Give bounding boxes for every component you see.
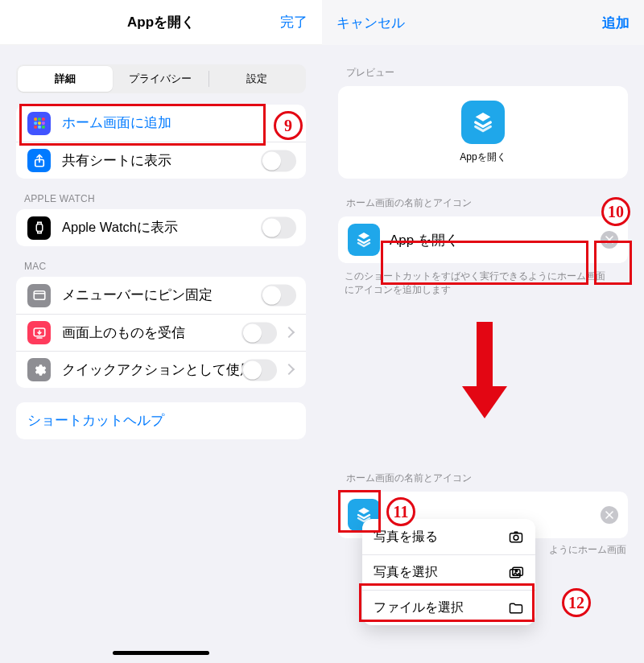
svg-point-23 bbox=[515, 570, 518, 572]
preview-caption: Appを開く bbox=[460, 150, 506, 164]
row-label: Apple Watchに表示 bbox=[62, 219, 178, 237]
preview-card: Appを開く bbox=[338, 86, 628, 179]
share-sheet-toggle[interactable] bbox=[261, 150, 296, 171]
row-label: 画面上のものを受信 bbox=[62, 324, 185, 342]
receive-toggle[interactable] bbox=[242, 322, 277, 344]
left-panel-shortcut-details: Appを開く 完了 詳細 プライバシー 設定 ホーム画面に追加 共有シートに表示 bbox=[0, 0, 322, 663]
row-show-on-apple-watch[interactable]: Apple Watchに表示 bbox=[16, 209, 306, 246]
svg-rect-5 bbox=[42, 121, 45, 125]
svg-rect-7 bbox=[38, 126, 41, 129]
menu-take-photo[interactable]: 写真を撮る bbox=[362, 519, 535, 554]
row-show-in-share-sheet[interactable]: 共有シートに表示 bbox=[16, 142, 306, 179]
row-pin-in-menubar[interactable]: メニューバーにピン固定 bbox=[16, 277, 306, 314]
receive-icon bbox=[27, 321, 51, 344]
page-title: Appを開く bbox=[127, 13, 195, 31]
svg-rect-1 bbox=[38, 117, 41, 121]
apple-watch-icon bbox=[27, 216, 51, 240]
group-home-share: ホーム画面に追加 共有シートに表示 bbox=[16, 105, 306, 179]
svg-rect-3 bbox=[34, 121, 37, 125]
shortcut-name-input[interactable] bbox=[390, 232, 591, 248]
row-use-as-quick-action[interactable]: クイックアクションとして使用 bbox=[16, 351, 306, 388]
helper-text-line2: にアイコンを追加します bbox=[345, 283, 621, 297]
shortcut-icon-button[interactable] bbox=[348, 224, 380, 256]
section-header-preview: プレビュー bbox=[346, 66, 644, 80]
apple-watch-toggle[interactable] bbox=[261, 217, 296, 239]
tab-details[interactable]: 詳細 bbox=[18, 66, 113, 92]
svg-rect-10 bbox=[36, 224, 43, 232]
annotation-arrow-down bbox=[467, 322, 502, 426]
home-indicator bbox=[113, 651, 209, 655]
svg-point-20 bbox=[514, 535, 518, 540]
svg-rect-4 bbox=[38, 121, 41, 125]
menu-choose-photo[interactable]: 写真を選択 bbox=[362, 554, 535, 590]
tab-privacy[interactable]: プライバシー bbox=[113, 66, 208, 92]
svg-rect-11 bbox=[34, 291, 45, 300]
section-header-mac: MAC bbox=[24, 261, 306, 272]
right-panel-icon-menu-state: ホーム画面の名前とアイコン TE ようにホーム画面 写真を撮る 写真を選択 bbox=[322, 459, 644, 663]
section-header-apple-watch: APPLE WATCH bbox=[24, 193, 306, 204]
share-icon bbox=[27, 149, 51, 172]
svg-rect-2 bbox=[42, 117, 45, 121]
helper-text-tail: ようにホーム画面 bbox=[549, 543, 626, 557]
cancel -button[interactable]: キャンセル bbox=[336, 14, 405, 32]
svg-rect-19 bbox=[510, 533, 522, 542]
quick-action-toggle[interactable] bbox=[242, 359, 277, 381]
svg-rect-6 bbox=[34, 126, 37, 129]
add-button[interactable]: 追加 bbox=[602, 14, 630, 32]
row-label: メニューバーにピン固定 bbox=[62, 286, 213, 304]
section-header-name-icon: ホーム画面の名前とアイコン bbox=[346, 196, 644, 210]
group-mac: メニューバーにピン固定 画面上のものを受信 クイックアクションとして使用 bbox=[16, 277, 306, 388]
folder-icon bbox=[508, 600, 524, 616]
right-header: キャンセル 追加 bbox=[322, 0, 644, 45]
camera-icon bbox=[508, 529, 524, 545]
icon-source-menu: 写真を撮る 写真を選択 ファイルを選択 bbox=[362, 519, 535, 625]
svg-rect-8 bbox=[42, 126, 45, 129]
shortcut-help-link[interactable]: ショートカットヘルプ bbox=[16, 402, 306, 439]
menubar-icon bbox=[27, 284, 51, 307]
menu-label: 写真を選択 bbox=[374, 564, 438, 581]
svg-rect-0 bbox=[34, 117, 37, 121]
row-receive-on-screen[interactable]: 画面上のものを受信 bbox=[16, 314, 306, 351]
menubar-toggle[interactable] bbox=[261, 285, 296, 307]
clear-name-button-2[interactable] bbox=[601, 506, 618, 524]
done-button[interactable]: 完了 bbox=[280, 13, 308, 31]
group-apple-watch: Apple Watchに表示 bbox=[16, 209, 306, 246]
gear-icon bbox=[27, 358, 51, 381]
home-grid-icon bbox=[27, 112, 51, 135]
row-label: ホーム画面に追加 bbox=[62, 114, 171, 132]
menu-choose-file[interactable]: ファイルを選択 bbox=[362, 590, 535, 625]
helper-text-line1: このショートカットをすばやく実行できるようにホーム画面 bbox=[345, 270, 621, 283]
row-label: 共有シートに表示 bbox=[62, 152, 171, 170]
left-header: Appを開く 完了 bbox=[0, 0, 322, 45]
clear-name-button[interactable] bbox=[601, 231, 618, 249]
gallery-icon bbox=[508, 565, 524, 581]
right-panel-add-to-home: キャンセル 追加 プレビュー Appを開く ホーム画面の名前とアイコン このショ… bbox=[322, 0, 644, 663]
shortcut-app-icon bbox=[461, 101, 505, 144]
menu-label: ファイルを選択 bbox=[374, 599, 464, 616]
segmented-control[interactable]: 詳細 プライバシー 設定 bbox=[16, 64, 306, 93]
menu-label: 写真を撮る bbox=[374, 529, 438, 546]
name-icon-card bbox=[338, 216, 628, 263]
row-label: クイックアクションとして使用 bbox=[62, 361, 254, 379]
row-add-to-home-screen[interactable]: ホーム画面に追加 bbox=[16, 105, 306, 142]
section-header-name-icon-2: ホーム画面の名前とアイコン bbox=[346, 472, 644, 485]
tab-settings[interactable]: 設定 bbox=[209, 66, 304, 92]
